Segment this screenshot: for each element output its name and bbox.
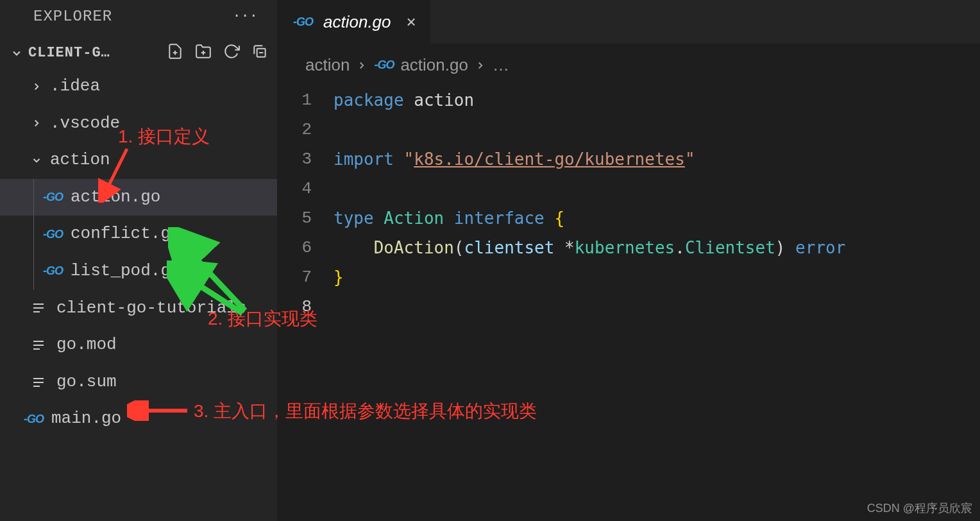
token: DoAction	[374, 238, 454, 257]
token: "	[685, 149, 695, 169]
refresh-icon[interactable]	[223, 43, 240, 63]
token: (	[454, 238, 464, 257]
file-tutorials[interactable]: client-go-tutorials	[0, 290, 277, 327]
file-tree: .idea .vscode action GO action.go GO con…	[0, 68, 277, 438]
chevron-right-icon	[31, 117, 42, 129]
line-number: 8	[277, 292, 312, 321]
token: )	[775, 238, 786, 257]
token: "	[404, 149, 414, 169]
folder-idea[interactable]: .idea	[0, 68, 277, 105]
breadcrumb-folder[interactable]: action	[305, 55, 350, 75]
project-name: CLIENT-G…	[28, 45, 167, 61]
file-label: client-go-tutorials	[56, 295, 246, 322]
file-main-go[interactable]: GO main.go	[0, 400, 277, 438]
file-icon	[31, 337, 49, 353]
token: *	[554, 238, 574, 257]
breadcrumb-more[interactable]: …	[493, 55, 509, 75]
line-number: 7	[277, 262, 312, 292]
go-icon: GO	[22, 410, 44, 429]
project-actions	[167, 43, 268, 63]
editor: GO action.go × action GO action.go … 1 2…	[277, 0, 980, 521]
file-action-go[interactable]: GO action.go	[0, 179, 277, 216]
tab-bar: GO action.go ×	[277, 0, 980, 44]
go-icon: GO	[374, 58, 394, 72]
go-icon: GO	[41, 188, 63, 207]
tree-guide	[33, 216, 34, 253]
explorer-title: EXPLORER	[33, 8, 112, 25]
file-gomod[interactable]: go.mod	[0, 327, 277, 364]
file-gosum[interactable]: go.sum	[0, 364, 277, 401]
file-label: conflict.go	[71, 221, 181, 248]
file-label: go.mod	[56, 332, 117, 359]
token: interface	[454, 209, 545, 228]
code-area[interactable]: 1 2 3 4 5 6 7 8 package action import "k…	[277, 81, 980, 321]
chevron-down-icon	[31, 155, 42, 166]
token: {	[554, 209, 564, 228]
tree-guide	[33, 253, 34, 290]
file-conflict-go[interactable]: GO conflict.go	[0, 216, 277, 253]
token: k8s.io/client-go/kubernetes	[414, 149, 685, 169]
line-number: 3	[277, 144, 312, 174]
line-number: 6	[277, 233, 312, 262]
line-number: 1	[277, 85, 312, 115]
folder-label: action	[50, 147, 110, 174]
go-icon: GO	[41, 225, 63, 244]
new-folder-icon[interactable]	[195, 43, 212, 63]
tree-guide	[33, 179, 34, 216]
token: package	[334, 90, 404, 110]
collapse-all-icon[interactable]	[251, 43, 268, 63]
token: import	[334, 149, 394, 169]
file-icon	[31, 375, 49, 390]
file-list-pod-go[interactable]: GO list_pod.go	[0, 253, 277, 290]
file-label: go.sum	[56, 369, 117, 396]
line-number: 4	[277, 174, 312, 203]
file-label: list_pod.go	[71, 258, 181, 285]
close-icon[interactable]: ×	[407, 12, 416, 32]
gutter: 1 2 3 4 5 6 7 8	[277, 85, 334, 321]
file-icon	[31, 300, 49, 316]
explorer-header: EXPLORER ···	[0, 0, 277, 38]
folder-label: .vscode	[50, 110, 120, 137]
token: kubernetes	[575, 238, 675, 257]
token: action	[414, 90, 474, 110]
code-lines[interactable]: package action import "k8s.io/client-go/…	[334, 85, 980, 321]
chevron-right-icon	[356, 60, 368, 71]
file-label: main.go	[51, 406, 121, 432]
token: Clientset	[685, 238, 775, 257]
tab-label: action.go	[323, 12, 391, 32]
token: error	[785, 238, 845, 257]
project-header[interactable]: CLIENT-G…	[0, 38, 277, 68]
chevron-right-icon	[475, 60, 486, 71]
new-file-icon[interactable]	[167, 43, 183, 63]
watermark: CSDN @程序员欣宸	[867, 500, 972, 516]
line-number: 2	[277, 115, 312, 144]
breadcrumb[interactable]: action GO action.go …	[277, 44, 980, 81]
chevron-down-icon	[10, 47, 23, 60]
folder-action[interactable]: action	[0, 142, 277, 179]
folder-vscode[interactable]: .vscode	[0, 105, 277, 142]
tab-action-go[interactable]: GO action.go ×	[277, 0, 430, 44]
go-icon: GO	[291, 15, 313, 29]
line-number: 5	[277, 203, 312, 233]
chevron-right-icon	[31, 81, 42, 92]
token: }	[334, 268, 344, 287]
folder-label: .idea	[50, 73, 100, 100]
file-label: action.go	[71, 184, 160, 211]
go-icon: GO	[41, 262, 63, 280]
more-icon[interactable]: ···	[232, 8, 264, 24]
token: type	[334, 209, 374, 228]
sidebar: EXPLORER ··· CLIENT-G… .idea .vscode act…	[0, 0, 277, 521]
breadcrumb-file[interactable]: action.go	[400, 55, 468, 75]
token: clientset	[464, 238, 555, 257]
token: Action	[384, 209, 444, 228]
token: .	[675, 238, 685, 257]
